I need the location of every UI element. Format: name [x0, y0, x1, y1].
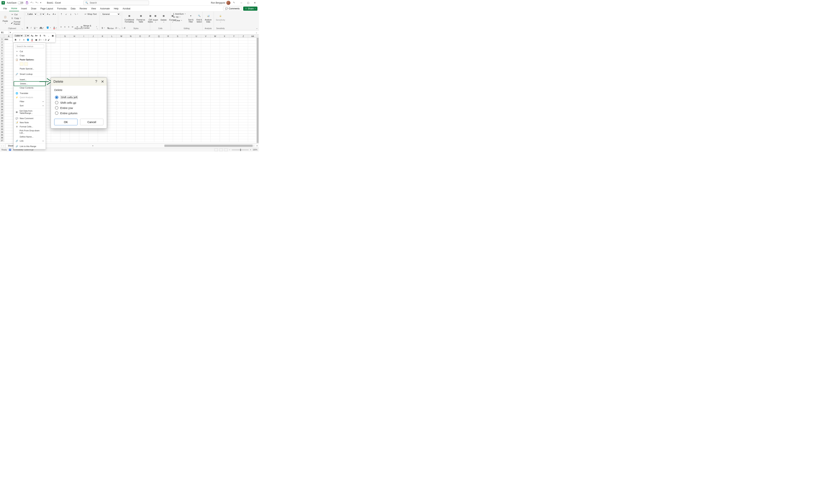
cell[interactable]: [117, 80, 126, 83]
column-header[interactable]: V: [201, 35, 210, 38]
cell[interactable]: [154, 44, 164, 46]
cell[interactable]: [79, 41, 89, 44]
cell[interactable]: [135, 66, 145, 69]
cell[interactable]: [220, 69, 229, 72]
cell[interactable]: [135, 44, 145, 46]
cell[interactable]: [107, 86, 117, 89]
cell[interactable]: [182, 122, 192, 125]
insert-cells-button[interactable]: ▦Insert▾: [152, 12, 159, 24]
cell[interactable]: [154, 134, 164, 136]
cell[interactable]: [182, 91, 192, 94]
cell[interactable]: [192, 72, 201, 74]
cell[interactable]: [210, 91, 220, 94]
cell[interactable]: [70, 58, 79, 60]
dialog-help-button[interactable]: ?: [95, 79, 97, 84]
ctx-format-cells[interactable]: ⚙Format Cells...: [14, 125, 46, 129]
cell[interactable]: [164, 55, 173, 58]
ctx-link[interactable]: 🔗Link▸: [14, 139, 46, 143]
cell[interactable]: [4, 89, 14, 91]
cell[interactable]: [154, 114, 164, 117]
cell[interactable]: [210, 41, 220, 44]
cell[interactable]: [210, 94, 220, 97]
cell[interactable]: [154, 131, 164, 134]
cell[interactable]: [98, 69, 107, 72]
cell[interactable]: [4, 100, 14, 103]
cell[interactable]: [145, 103, 154, 105]
maximize-button[interactable]: ▢: [245, 1, 251, 5]
cell[interactable]: [229, 46, 239, 49]
cell[interactable]: [229, 103, 239, 105]
cell[interactable]: [220, 60, 229, 63]
cell[interactable]: [173, 114, 182, 117]
column-header[interactable]: J: [89, 35, 98, 38]
cell[interactable]: [220, 97, 229, 100]
cell[interactable]: [248, 139, 257, 142]
cell[interactable]: [248, 134, 257, 136]
row-header[interactable]: 24: [0, 103, 4, 105]
row-header[interactable]: 30: [0, 119, 4, 122]
cell[interactable]: [126, 74, 135, 77]
cell[interactable]: [201, 111, 210, 114]
cell[interactable]: [4, 74, 14, 77]
cell[interactable]: [173, 119, 182, 122]
cell[interactable]: [145, 139, 154, 142]
cell[interactable]: [239, 46, 248, 49]
cell[interactable]: [4, 114, 14, 117]
cell[interactable]: [126, 136, 135, 139]
cell[interactable]: [210, 97, 220, 100]
column-header[interactable]: G: [60, 35, 70, 38]
cell[interactable]: [164, 117, 173, 119]
cell[interactable]: [164, 69, 173, 72]
cell[interactable]: [182, 80, 192, 83]
cell[interactable]: [192, 100, 201, 103]
cell[interactable]: [117, 66, 126, 69]
cell[interactable]: [201, 72, 210, 74]
row-header[interactable]: 23: [0, 100, 4, 103]
cell[interactable]: [79, 131, 89, 134]
cell[interactable]: [239, 58, 248, 60]
cell[interactable]: [145, 122, 154, 125]
cell[interactable]: [220, 114, 229, 117]
cell[interactable]: [107, 89, 117, 91]
cell[interactable]: [107, 97, 117, 100]
cell[interactable]: [107, 52, 117, 55]
cell[interactable]: [126, 111, 135, 114]
cell[interactable]: [126, 83, 135, 86]
column-header[interactable]: A: [4, 35, 14, 38]
cell[interactable]: [117, 72, 126, 74]
cell[interactable]: [220, 117, 229, 119]
cell[interactable]: [192, 80, 201, 83]
cell[interactable]: [239, 131, 248, 134]
cell[interactable]: [248, 41, 257, 44]
cell[interactable]: [135, 119, 145, 122]
cell[interactable]: [4, 86, 14, 89]
radio-icon[interactable]: [55, 101, 58, 104]
cell[interactable]: [210, 136, 220, 139]
cell[interactable]: [201, 114, 210, 117]
cell[interactable]: [192, 111, 201, 114]
cell[interactable]: [117, 38, 126, 41]
cell[interactable]: [173, 103, 182, 105]
cell[interactable]: [239, 63, 248, 66]
cell[interactable]: [4, 139, 14, 142]
paste-option-default-icon[interactable]: [20, 62, 23, 66]
cell[interactable]: [229, 58, 239, 60]
tab-acrobat[interactable]: Acrobat: [121, 6, 132, 11]
cell[interactable]: [210, 77, 220, 80]
cell[interactable]: [145, 44, 154, 46]
row-header[interactable]: 8: [0, 58, 4, 60]
cell[interactable]: [192, 103, 201, 105]
cell[interactable]: [164, 58, 173, 60]
cell[interactable]: [89, 49, 98, 52]
cell[interactable]: [154, 100, 164, 103]
cell[interactable]: [79, 58, 89, 60]
cell[interactable]: [192, 41, 201, 44]
cell[interactable]: [164, 131, 173, 134]
cell[interactable]: [201, 55, 210, 58]
cell[interactable]: [201, 89, 210, 91]
cell[interactable]: [145, 100, 154, 103]
cell[interactable]: [229, 105, 239, 108]
cell[interactable]: [135, 97, 145, 100]
cell[interactable]: [229, 111, 239, 114]
cell[interactable]: [201, 125, 210, 128]
